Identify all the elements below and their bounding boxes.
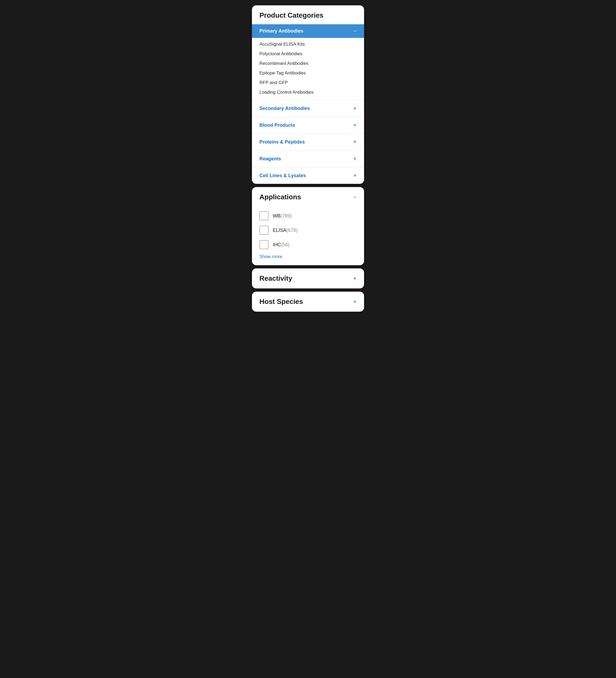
host-species-title: Host Species [259,298,303,306]
sub-item-polyclonal[interactable]: Polyclonal Antibodies [252,49,364,59]
ihc-label: IHC(56) [273,242,290,248]
elisa-checkbox[interactable] [259,226,268,235]
sub-item-recombinant[interactable]: Recombinant Antibodies [252,59,364,68]
primary-antibodies-subitems: AccuSignal ELISA Kits Polyclonal Antibod… [252,38,364,100]
secondary-antibodies-item[interactable]: Secondary Antibodies + [252,100,364,117]
proteins-peptides-label: Proteins & Peptides [259,139,305,145]
primary-antibodies-label: Primary Antibodies [259,28,303,34]
elisa-label: ELISA(678) [273,228,298,233]
wb-checkbox-item: WB(789) [259,209,357,223]
reagents-expand-icon: + [353,155,357,162]
reactivity-expand-icon[interactable]: + [353,275,357,282]
show-more-link[interactable]: Show more [259,254,282,259]
wb-label: WB(789) [273,213,292,219]
primary-antibodies-toggle: − [353,28,357,34]
reagents-label: Reagents [259,156,281,162]
host-species-card: Host Species + [252,292,364,312]
ihc-checkbox[interactable] [259,240,268,249]
reagents-item[interactable]: Reagents + [252,150,364,167]
blood-products-expand-icon: + [353,122,357,128]
applications-body: WB(789) ELISA(678) IHC(56) Show more [252,206,364,265]
ihc-checkbox-item: IHC(56) [259,237,357,252]
sub-item-accusignal[interactable]: AccuSignal ELISA Kits [252,39,364,49]
reactivity-card: Reactivity + [252,268,364,289]
blood-products-item[interactable]: Blood Products + [252,117,364,134]
cell-lines-lysates-item[interactable]: Cell Lines & Lysates + [252,167,364,184]
applications-header: Applications − [252,187,364,206]
reactivity-title: Reactivity [259,274,292,282]
applications-toggle-icon[interactable]: − [353,194,357,200]
reactivity-header: Reactivity + [252,268,364,289]
applications-card: Applications − WB(789) ELISA(678) IHC(56… [252,187,364,265]
applications-title: Applications [259,193,301,201]
proteins-peptides-item[interactable]: Proteins & Peptides + [252,134,364,150]
primary-antibodies-item[interactable]: Primary Antibodies − [252,24,364,38]
product-categories-card: Product Categories Primary Antibodies − … [252,5,364,184]
wb-checkbox[interactable] [259,211,268,220]
sub-item-loading-control[interactable]: Loading Control Antibodies [252,87,364,97]
sub-item-epitope[interactable]: Epitope-Tag Antibodies [252,68,364,78]
host-species-header: Host Species + [252,292,364,312]
blood-products-label: Blood Products [259,122,295,128]
product-categories-header: Product Categories [252,5,364,24]
secondary-antibodies-expand-icon: + [353,105,357,112]
sub-item-rfp-gfp[interactable]: RFP and GFP [252,78,364,87]
elisa-checkbox-item: ELISA(678) [259,223,357,237]
cell-lines-lysates-expand-icon: + [353,172,357,179]
host-species-expand-icon[interactable]: + [353,298,357,305]
proteins-peptides-expand-icon: + [353,139,357,145]
cell-lines-lysates-label: Cell Lines & Lysates [259,173,306,179]
sidebar-container: Product Categories Primary Antibodies − … [252,5,364,312]
secondary-antibodies-label: Secondary Antibodies [259,106,310,111]
product-categories-title: Product Categories [259,11,324,20]
